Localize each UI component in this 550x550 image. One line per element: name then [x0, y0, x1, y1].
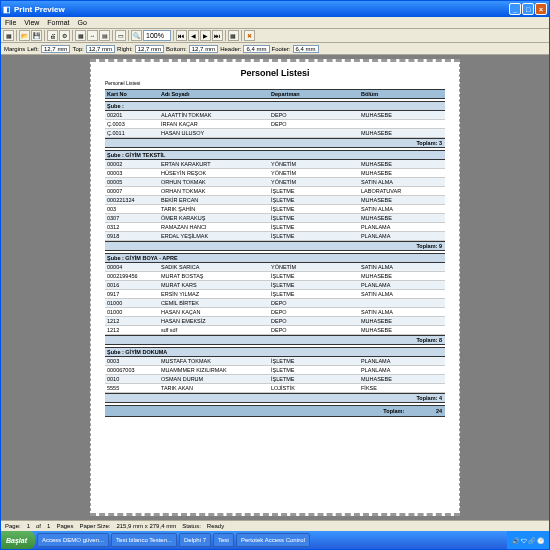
group-total: Toplam: 8 — [105, 335, 445, 345]
start-button[interactable]: Başlat — [1, 531, 35, 549]
tool-region-icon[interactable]: ▭ — [115, 30, 126, 41]
tool-header-icon[interactable]: ▤ — [99, 30, 110, 41]
table-row: 1212sdf sdfDEPOMUHASEBE — [105, 326, 445, 335]
menu-view[interactable]: View — [20, 19, 43, 26]
separator — [241, 30, 242, 41]
group-total: Toplam: 3 — [105, 138, 445, 148]
report-subtitle: Personel Listesi — [105, 80, 445, 86]
menubar: File View Format Go — [1, 17, 549, 29]
table-row: 00007ORHAN TOKMAKİŞLETMELABORATUVAR — [105, 187, 445, 196]
table-row: 000067003MUAMMMER KIZILIRMAKİŞLETMEPLANL… — [105, 366, 445, 375]
col-dep: Departman — [269, 90, 359, 98]
top-value[interactable]: 12,7 mm — [86, 45, 115, 53]
table-row: 00004SADIK SARICAYÖNETİMSATIN ALMA — [105, 263, 445, 272]
tool-background-icon[interactable]: ▦ — [75, 30, 86, 41]
menu-format[interactable]: Format — [43, 19, 73, 26]
tool-prev-icon[interactable]: ◀ — [188, 30, 199, 41]
header-label: Header: — [220, 46, 241, 52]
preview-area: Personel Listesi Personel Listesi Kart N… — [1, 55, 549, 520]
table-row: 0307ÖMER KARAKUŞİŞLETMEMUHASEBE — [105, 214, 445, 223]
minimize-button[interactable]: _ — [509, 3, 521, 15]
table-row: 0002199456MURAT BOSTAŞİŞLETMEMUHASEBE — [105, 272, 445, 281]
table-row: 5555TARIK AKANLOJİSTİKFİKSE — [105, 384, 445, 393]
table-row: 0917ERSİN YILMAZİŞLETMESATIN ALMA — [105, 290, 445, 299]
tool-print-icon[interactable]: 🖨 — [47, 30, 58, 41]
separator — [44, 30, 45, 41]
report-body: Şube :00201ALAATTİN TOKMAKDEPOMUHASEBEÇ.… — [105, 101, 445, 403]
bottom-label: Bottom: — [166, 46, 187, 52]
right-label: Right: — [117, 46, 133, 52]
tool-shrink-icon[interactable]: ↔ — [87, 30, 98, 41]
titlebar: ◧ Print Preview _ □ × — [1, 1, 549, 17]
group-total: Toplam: 9 — [105, 241, 445, 251]
tool-zoomin-icon[interactable]: 🔍 — [131, 30, 142, 41]
taskbar: Başlat Access DEMO güven...Test bilanco … — [1, 531, 549, 549]
status-page: 1 — [27, 523, 30, 529]
tool-setup-icon[interactable]: ⚙ — [59, 30, 70, 41]
table-row: 0003MUSTAFA TOKMAKİŞLETMEPLANLAMA — [105, 357, 445, 366]
group-header: Şube : GİYİM BOYA - APRE — [105, 253, 445, 263]
table-row: 00005ORHUN TOKMAKYÖNETİMSATIN ALMA — [105, 178, 445, 187]
maximize-button[interactable]: □ — [522, 3, 534, 15]
col-bolum: Bölüm — [359, 90, 445, 98]
tool-open-icon[interactable]: 📂 — [19, 30, 30, 41]
zoom-combo[interactable]: 100% — [143, 30, 171, 41]
report-page: Personel Listesi Personel Listesi Kart N… — [90, 59, 460, 516]
tool-save-icon[interactable]: 💾 — [31, 30, 42, 41]
menu-file[interactable]: File — [1, 19, 20, 26]
left-value[interactable]: 12,7 mm — [41, 45, 70, 53]
status-size-label: Paper Size: — [79, 523, 110, 529]
status-size: 215,9 mm x 279,4 mm — [116, 523, 176, 529]
taskbar-button[interactable]: Pertotek Access Control — [236, 533, 310, 547]
table-row: 0312RAMAZAN HANCIİŞLETMEPLANLAMA — [105, 223, 445, 232]
separator — [112, 30, 113, 41]
taskbar-button[interactable]: Test — [213, 533, 234, 547]
status-stat-label: Status: — [182, 523, 201, 529]
group-header: Şube : GİYİM TEKSTİL — [105, 150, 445, 160]
right-value[interactable]: 12,7 mm — [135, 45, 164, 53]
table-row: 0010OSMAN DURUMİŞLETMEMUHASEBE — [105, 375, 445, 384]
tool-design-icon[interactable]: ▦ — [3, 30, 14, 41]
table-row: 000221324BEKİR ERCANİŞLETMEMUHASEBE — [105, 196, 445, 205]
bottom-value[interactable]: 12,7 mm — [189, 45, 218, 53]
margins-label: Margins — [4, 46, 25, 52]
table-row: 00201ALAATTİN TOKMAKDEPOMUHASEBE — [105, 111, 445, 120]
table-row: Ç.0003İRFAN KAÇARDEPO — [105, 120, 445, 129]
status-page-label: Page: — [5, 523, 21, 529]
table-row: 003TARIK ŞAHİNİŞLETMESATIN ALMA — [105, 205, 445, 214]
table-row: 1212HASAN EMEKSİZDEPOMUHASEBE — [105, 317, 445, 326]
table-row: 01000CEMİL BİRTEKDEPO — [105, 299, 445, 308]
system-tray[interactable]: 🔊 🛡 🔗 🕐 — [507, 531, 549, 549]
col-kart: Kart No — [105, 90, 159, 98]
taskbar-button[interactable]: Access DEMO güven... — [37, 533, 109, 547]
tool-last-icon[interactable]: ⏭ — [212, 30, 223, 41]
tool-close-icon[interactable]: ✖ — [244, 30, 255, 41]
tool-multipage-icon[interactable]: ▦ — [228, 30, 239, 41]
status-bar: Page: 1 of 1 Pages Paper Size: 215,9 mm … — [1, 520, 549, 531]
col-adi: Adı Soyadı — [159, 90, 269, 98]
table-row: Ç.0011HASAN ULUSOYMUHASEBE — [105, 129, 445, 138]
table-header: Kart No Adı Soyadı Departman Bölüm — [105, 89, 445, 99]
tool-first-icon[interactable]: ⏮ — [176, 30, 187, 41]
taskbar-buttons: Access DEMO güven...Test bilanco Testen.… — [35, 533, 310, 547]
footer-value[interactable]: 6,4 mm — [293, 45, 319, 53]
table-row: 01000HASAN KAÇANDEPOSATIN ALMA — [105, 308, 445, 317]
separator — [128, 30, 129, 41]
report-title: Personel Listesi — [105, 68, 445, 78]
window-title: Print Preview — [11, 5, 508, 14]
app-icon: ◧ — [3, 5, 11, 14]
header-value[interactable]: 6,4 mm — [243, 45, 269, 53]
status-stat: Ready — [207, 523, 224, 529]
separator — [225, 30, 226, 41]
app-window: ◧ Print Preview _ □ × File View Format G… — [0, 0, 550, 550]
close-button[interactable]: × — [535, 3, 547, 15]
left-label: Left: — [27, 46, 39, 52]
separator — [16, 30, 17, 41]
menu-go[interactable]: Go — [74, 19, 91, 26]
table-row: 00002ERTAN KARAKURTYÖNETİMMUHASEBE — [105, 160, 445, 169]
footer-label: Footer: — [272, 46, 291, 52]
grand-total: Toplam: 24 — [105, 405, 445, 417]
tool-next-icon[interactable]: ▶ — [200, 30, 211, 41]
taskbar-button[interactable]: Test bilanco Testen... — [111, 533, 177, 547]
taskbar-button[interactable]: Delphi 7 — [179, 533, 211, 547]
